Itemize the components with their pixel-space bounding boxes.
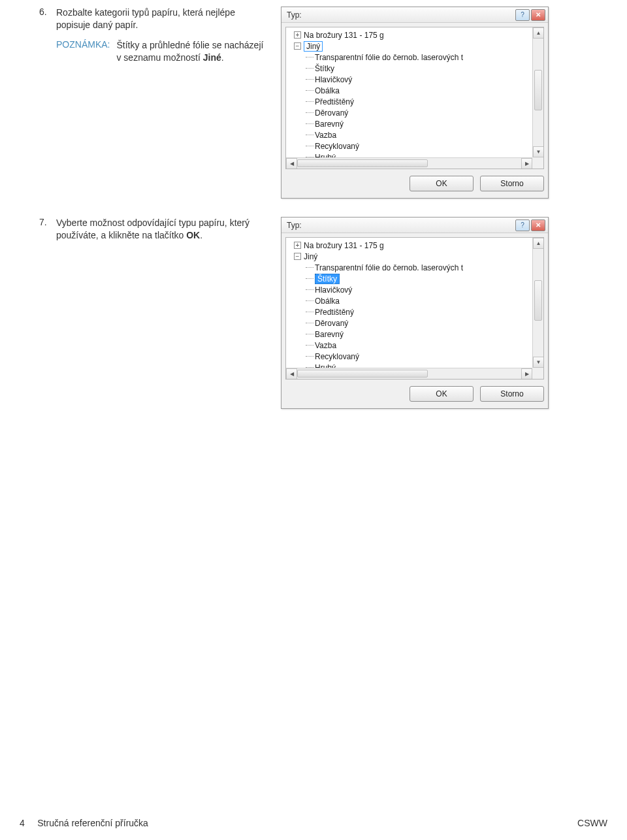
dialog-title: Typ: <box>287 221 302 230</box>
scroll-up-icon[interactable]: ▲ <box>533 27 544 39</box>
collapse-icon[interactable]: − <box>294 42 301 50</box>
vertical-scrollbar[interactable]: ▲ ▼ <box>532 238 543 368</box>
expand-icon[interactable]: + <box>294 31 301 39</box>
tree-pane: + Na brožury 131 - 175 g − Jiný Transpar… <box>285 27 544 169</box>
scroll-thumb[interactable] <box>534 280 542 321</box>
help-icon[interactable]: ? <box>515 219 530 231</box>
scroll-down-icon[interactable]: ▼ <box>533 357 544 368</box>
scroll-left-icon[interactable]: ◀ <box>286 158 297 169</box>
tree-item[interactable]: Transparentní fólie do černob. laserovýc… <box>294 52 530 63</box>
cancel-button[interactable]: Storno <box>480 386 544 402</box>
scroll-right-icon[interactable]: ▶ <box>521 368 532 380</box>
ok-button[interactable]: OK <box>410 386 474 402</box>
horizontal-scrollbar[interactable]: ◀ ▶ <box>286 368 532 379</box>
scroll-thumb[interactable] <box>297 370 428 378</box>
vertical-scrollbar[interactable]: ▲ ▼ <box>532 27 543 157</box>
ok-button[interactable]: OK <box>410 176 474 191</box>
tree-item[interactable]: Děrovaný <box>294 107 530 118</box>
tree-item[interactable]: Štítky <box>294 273 530 284</box>
collapse-icon[interactable]: − <box>294 253 301 260</box>
dialog-titlebar: Typ: ? ✕ <box>281 7 548 23</box>
horizontal-scrollbar[interactable]: ◀ ▶ <box>286 157 532 169</box>
tree-item[interactable]: Vazba <box>294 340 530 351</box>
close-icon[interactable]: ✕ <box>531 219 545 231</box>
step-number: 6. <box>39 7 56 31</box>
scroll-corner <box>532 368 543 379</box>
tree-item[interactable]: Děrovaný <box>294 317 530 329</box>
cancel-button[interactable]: Storno <box>480 176 544 191</box>
tree-item[interactable]: Barevný <box>294 329 530 340</box>
dialog-titlebar: Typ: ? ✕ <box>281 218 548 233</box>
tree-item[interactable]: Barevný <box>294 118 530 129</box>
scroll-corner <box>532 157 543 169</box>
page-number: 4 <box>20 818 25 828</box>
tree-item[interactable]: Obálka <box>294 295 530 306</box>
tree-item[interactable]: Recyklovaný <box>294 351 530 362</box>
step-text: Rozbalte kategorii typů papíru, která ne… <box>56 7 268 31</box>
scroll-right-icon[interactable]: ▶ <box>521 158 532 169</box>
step-text: Vyberte možnost odpovídající typu papíru… <box>56 217 268 242</box>
page-footer: 4 Stručná referenční příručka CSWW <box>0 818 627 828</box>
step-number: 7. <box>39 217 56 242</box>
scroll-down-icon[interactable]: ▼ <box>533 146 544 157</box>
tree-item[interactable]: − Jiný <box>294 251 530 262</box>
tree-item[interactable]: Obálka <box>294 85 530 96</box>
help-icon[interactable]: ? <box>515 9 530 21</box>
tree-item[interactable]: Hlavičkový <box>294 74 530 85</box>
tree-item[interactable]: Hlavičkový <box>294 284 530 295</box>
tree-item[interactable]: Recyklovaný <box>294 140 530 152</box>
dialog-title: Typ: <box>287 10 302 20</box>
close-icon[interactable]: ✕ <box>531 9 545 21</box>
tree-item[interactable]: Předtištěný <box>294 306 530 317</box>
tree-item[interactable]: Předtištěný <box>294 96 530 107</box>
tree-item[interactable]: Štítky <box>294 63 530 74</box>
scroll-left-icon[interactable]: ◀ <box>286 368 297 380</box>
note-label: POZNÁMKA: <box>56 39 110 64</box>
tree-pane: + Na brožury 131 - 175 g − Jiný Transpar… <box>285 237 544 380</box>
tree-item[interactable]: + Na brožury 131 - 175 g <box>294 240 530 251</box>
scroll-thumb[interactable] <box>297 159 428 167</box>
footer-title: Stručná referenční příručka <box>37 818 148 828</box>
type-dialog-1: Typ: ? ✕ + Na brožury 131 - 175 g <box>281 7 549 199</box>
footer-right: CSWW <box>577 818 607 828</box>
scroll-thumb[interactable] <box>534 70 542 110</box>
tree-item[interactable]: Transparentní fólie do černob. laserovýc… <box>294 262 530 273</box>
tree-item[interactable]: + Na brožury 131 - 175 g <box>294 29 530 40</box>
tree-item[interactable]: Vazba <box>294 129 530 140</box>
expand-icon[interactable]: + <box>294 242 301 249</box>
scroll-up-icon[interactable]: ▲ <box>533 238 544 249</box>
type-dialog-2: Typ: ? ✕ + Na brožury 131 - 175 g <box>281 217 549 409</box>
note-text: Štítky a průhledné fólie se nacházejí v … <box>116 39 268 64</box>
tree-item[interactable]: − Jiný <box>294 40 530 52</box>
